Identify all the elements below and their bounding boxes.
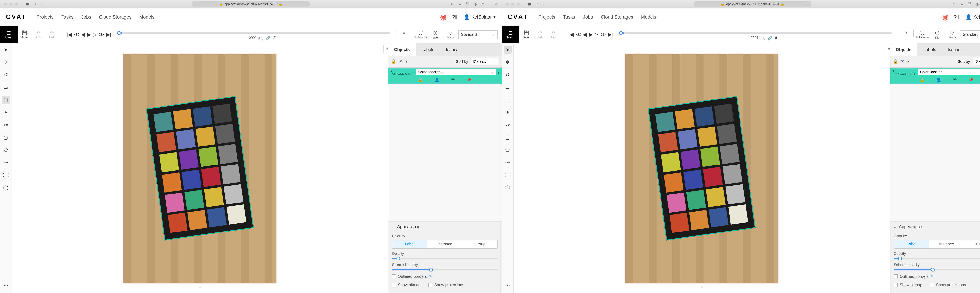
bonds-tool[interactable]: ⚯ <box>2 121 10 129</box>
color-by-instance[interactable]: Instance <box>929 240 964 248</box>
next-step-icon[interactable]: ≫ <box>601 32 606 38</box>
opacity-slider[interactable] <box>894 258 980 259</box>
expand-icon[interactable]: ⌃ <box>700 285 704 291</box>
share-icon[interactable]: ⇪ <box>481 2 484 6</box>
fullscreen-button[interactable]: ⛶Fullscreen <box>915 30 929 39</box>
tab-labels[interactable]: Labels <box>918 43 942 55</box>
reader-icon[interactable]: ◑ <box>976 2 979 6</box>
window-controls[interactable] <box>506 3 520 6</box>
outlined-checkbox[interactable] <box>392 274 396 278</box>
user-menu[interactable]: 👤 KelSolaar ▾ <box>464 14 496 20</box>
undo-button[interactable]: ↶Undo <box>533 30 547 39</box>
object-item[interactable]: 1 POLYGON SHAPE ColorChecker...⌄ 🔓 👤 👁 📌 <box>890 68 980 84</box>
filters-button[interactable]: ▽Filters <box>945 30 959 39</box>
obj-lock-icon[interactable]: 🔓 <box>418 78 423 82</box>
bitmap-checkbox[interactable] <box>392 283 396 287</box>
cursor-tool[interactable]: ➤ <box>2 46 10 54</box>
window-controls[interactable] <box>4 3 18 6</box>
url-bar[interactable]: 🔒 app.cvat.ai/tasks/378871/jobs/415233 🔒… <box>192 2 310 7</box>
color-by-instance[interactable]: Instance <box>427 240 462 248</box>
move-tool[interactable]: ✥ <box>2 59 10 66</box>
polygon-tool[interactable]: ⬠ <box>2 146 10 154</box>
prev-frame-icon[interactable]: ◀ <box>81 32 85 38</box>
reload-icon[interactable]: ⟳ <box>953 2 956 6</box>
last-frame-icon[interactable]: ▶| <box>608 32 613 38</box>
tab-labels[interactable]: Labels <box>416 43 440 55</box>
workspace-select[interactable]: Standard⌄ <box>458 30 498 39</box>
play-icon[interactable]: ▶ <box>589 32 593 38</box>
next-frame-icon[interactable]: ▷ <box>595 32 598 38</box>
color-by-label[interactable]: Label <box>392 240 427 248</box>
next-step-icon[interactable]: ≫ <box>99 32 104 38</box>
rectangle-tool[interactable]: ▢ <box>504 133 512 141</box>
nav-projects[interactable]: Projects <box>37 14 54 20</box>
annotation-polygon[interactable] <box>146 96 254 240</box>
tab-issues[interactable]: Issues <box>440 43 465 55</box>
reload-icon[interactable]: ⟳ <box>451 2 454 6</box>
sidebar-toggle-icon[interactable]: ▦ <box>26 2 29 6</box>
color-by-group[interactable]: Group <box>462 240 498 248</box>
expand-all-icon[interactable]: ▾ <box>406 59 407 64</box>
sidebar-toggle-icon[interactable]: ▦ <box>528 2 531 6</box>
polygon-tool[interactable]: ⬠ <box>504 146 512 154</box>
nav-jobs[interactable]: Jobs <box>81 14 91 20</box>
frame-slider[interactable] <box>619 32 892 34</box>
cursor-tool[interactable]: ➤ <box>504 46 512 54</box>
link-icon[interactable]: 🔗 <box>266 36 270 40</box>
user-menu[interactable]: 👤 KelSolaar ▾ <box>966 14 980 20</box>
nav-models[interactable]: Models <box>641 14 656 20</box>
ellipse-tool[interactable]: ◯ <box>504 184 512 192</box>
add-icon[interactable]: + <box>488 2 491 6</box>
back-icon[interactable]: 〈 <box>535 2 538 6</box>
more-tool[interactable]: ⋯ <box>2 281 10 289</box>
projections-checkbox[interactable] <box>930 283 934 287</box>
more-tool[interactable]: ⋯ <box>504 281 512 289</box>
url-menu-icon[interactable]: ⋯ <box>305 2 308 6</box>
prev-step-icon[interactable]: ≪ <box>576 32 581 38</box>
obj-visibility-icon[interactable]: 👁 <box>953 78 957 82</box>
info-button[interactable]: ⓘInfo <box>429 30 442 39</box>
nav-projects[interactable]: Projects <box>538 14 555 20</box>
sidebar-collapse-icon[interactable]: ≡ <box>885 45 893 53</box>
github-icon[interactable]: 🐙 <box>942 14 948 20</box>
redo-button[interactable]: ↷Redo <box>547 30 560 39</box>
hide-all-icon[interactable]: 👁 <box>399 59 403 64</box>
ellipse-tool[interactable]: ◯ <box>2 184 10 192</box>
nav-tasks[interactable]: Tasks <box>563 14 575 20</box>
prev-step-icon[interactable]: ≪ <box>74 32 79 38</box>
delete-frame-icon[interactable]: 🗑 <box>775 36 778 40</box>
color-by-label[interactable]: Label <box>894 240 929 248</box>
bitmap-checkbox[interactable] <box>894 283 898 287</box>
region-tool[interactable]: ⬚ <box>504 96 512 104</box>
polyline-tool[interactable]: 〜 <box>504 158 512 166</box>
play-icon[interactable]: ▶ <box>87 32 91 38</box>
canvas[interactable]: ⌃ <box>12 43 388 293</box>
fullscreen-button[interactable]: ⛶Fullscreen <box>414 30 428 39</box>
edit-icon[interactable]: ✎ <box>429 274 432 279</box>
menu-button[interactable]: ☰ Menu <box>502 26 519 43</box>
outlined-checkbox[interactable] <box>894 274 898 278</box>
fit-tool[interactable]: ▭ <box>2 84 10 91</box>
nav-tasks[interactable]: Tasks <box>61 14 73 20</box>
nav-cloud[interactable]: Cloud Storages <box>99 14 131 20</box>
help-icon[interactable]: ?⃝ <box>452 14 458 20</box>
url-bar[interactable]: 🔒 app.cvat.ai/tasks/378871/jobs/415233 🔒… <box>694 2 811 7</box>
first-frame-icon[interactable]: |◀ <box>568 32 574 38</box>
rotate-tool[interactable]: ↺ <box>504 71 512 79</box>
logo[interactable]: CVAT <box>508 13 528 21</box>
color-by-segment[interactable]: Label Instance Group <box>392 240 498 249</box>
fit-tool[interactable]: ▭ <box>504 84 512 91</box>
polyline-tool[interactable]: 〜 <box>2 158 10 166</box>
shield-icon[interactable]: ⛉ <box>466 2 469 6</box>
color-by-group[interactable]: Group <box>964 240 980 248</box>
object-menu-icon[interactable] <box>498 71 499 74</box>
magic-tool[interactable]: ✦ <box>2 109 10 116</box>
rectangle-tool[interactable]: ▢ <box>2 133 10 141</box>
bonds-tool[interactable]: ⚯ <box>504 121 512 129</box>
delete-frame-icon[interactable]: 🗑 <box>273 36 276 40</box>
link-icon[interactable]: 🔗 <box>768 36 772 40</box>
frame-slider[interactable] <box>117 32 390 34</box>
object-item[interactable]: 1 POLYGON SHAPE ColorChecker...⌄ 🔓 👤 👁 📌 <box>388 68 501 84</box>
tabs-icon[interactable]: ⧉ <box>495 2 498 6</box>
prev-frame-icon[interactable]: ◀ <box>583 32 587 38</box>
